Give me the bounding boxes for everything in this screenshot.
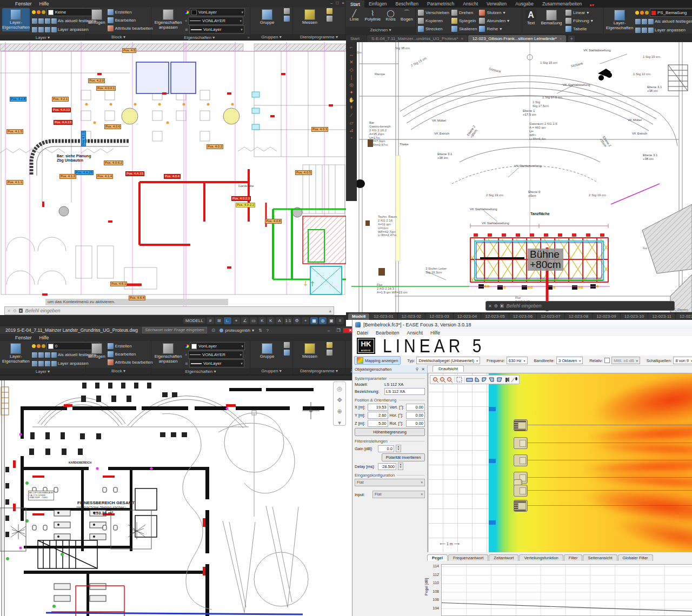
y-input[interactable]: 2.60 [368,412,388,419]
status-toggle-icon[interactable]: A [276,317,283,324]
tool-icon[interactable]: ↟ [349,105,354,110]
layout-tab[interactable]: 12-023-12 [676,313,692,320]
close-icon[interactable]: ✕ [421,367,425,372]
speaker-icon[interactable] [514,500,528,512]
lock-icon[interactable] [42,344,45,348]
layout-tab[interactable]: 12-023-10 [621,313,648,320]
menu-fenster[interactable]: Fenster [15,1,32,6]
pin-icon[interactable]: ⚲ [415,367,418,372]
panel-title-draw[interactable]: Zeichnen ▾ [346,27,415,34]
file-tab[interactable]: 12-023_Gibson-Frank...sitionen Leinwände… [468,35,566,42]
tools-icon[interactable]: ⚙ [494,304,498,309]
steering-wheel-icon[interactable]: ◎ [337,385,342,392]
layout-tab[interactable]: 12-023-11 [648,313,675,320]
layer-combo[interactable]: PS_Bemaßung▾ [650,9,692,17]
tool-icon[interactable]: ▫ [350,135,352,140]
measure-button[interactable]: Messen [295,8,324,26]
rotate-button[interactable]: Drehen [451,9,477,16]
bandwidth-select[interactable]: 3 Oktaven▾ [556,357,583,364]
linetype-combo[interactable]: VONLAYER▾ [188,351,243,359]
status-toggle-icon[interactable]: ∠ [241,317,249,324]
gain-stepper[interactable]: ▲▼ [396,445,401,452]
ribbon-tab[interactable]: Verwalten [482,1,511,8]
menu-hilfe[interactable]: Hilfe [430,330,440,336]
ribbon-tab[interactable]: Zusammenarbeiten [538,1,586,8]
match-layer[interactable]: Layer anpassen [635,26,692,34]
menu-datei[interactable]: Datei [357,330,368,336]
tool-icon[interactable]: ✕ [349,59,354,65]
circle-button[interactable]: ◯Kreis [385,9,396,23]
close-button[interactable]: × [342,1,344,5]
panel-title-layer[interactable]: Layer ▾ [0,35,85,41]
layer-properties-button[interactable]: Layer-Eigenschaften [606,9,633,32]
search-icon[interactable]: ⊙ [211,327,215,333]
new-tab-button[interactable]: + [568,36,575,42]
menu-ansicht[interactable]: Ansicht [407,330,423,336]
minimize-button[interactable]: – [330,1,332,5]
panel-title-groups[interactable]: Gruppen ▾ [250,368,292,374]
set-current-layer[interactable]: Als aktuell festlegen [635,17,692,25]
layout-tab[interactable]: 12-023-01 [370,313,397,320]
tool-icon[interactable]: ✦ [349,90,354,95]
block-create[interactable]: Erstellen [108,8,153,16]
panel-title-properties[interactable]: Eigenschaften ▾ » [151,35,250,41]
menu-hilfe[interactable]: Hilfe [39,1,49,6]
view-toolbar-icons[interactable] [432,376,517,383]
measure-button[interactable]: Messen [295,342,324,360]
block-edit[interactable]: Bearbeiten [108,350,153,358]
panel-title-layer[interactable]: Layer ▾ [0,369,85,374]
search-input[interactable]: Stichwort oder Frage eingeben [142,327,207,333]
vert-input[interactable]: 0.00 [406,404,425,411]
relative-checkbox[interactable] [604,358,610,363]
mirror-button[interactable]: Spiegeln [451,17,477,24]
drawing-canvas-floorplan[interactable]: Pos. 4.5Pos. 4.2.0Pos. 4.0.0.1Pos. 4.2.8… [0,41,346,315]
input-select[interactable]: Flat [372,491,425,498]
arc-button[interactable]: ⌒Bogen [401,9,413,23]
model-space-indicator[interactable]: MODELL [183,318,205,324]
tool-icon[interactable]: ⁄ [351,112,352,118]
match-properties-button[interactable]: Eigenschaftenanpassen [154,342,183,365]
layout-tab[interactable]: 12-023-06 [509,313,536,320]
lineweight-combo[interactable]: VonLayer▾ [189,25,244,34]
status-toggle-icon[interactable]: ≡ [336,317,344,324]
panel-title-tools[interactable]: Dienstprogramme ▾ [293,34,345,41]
tool-icon[interactable]: ▱ [350,120,354,125]
status-toggle-icon[interactable]: ▦ [310,317,318,324]
speaker-icon[interactable] [514,485,528,497]
frequency-select[interactable]: 630 Hz▾ [507,357,528,364]
status-toggle-icon[interactable]: ⚙ [293,317,301,324]
chart-tab[interactable]: Seitenansicht [583,554,617,561]
command-line[interactable]: ✕ ⚙ ▸ Befehl eingeben ▴ [4,306,334,315]
linear-dim-button[interactable]: Linear ▾ [565,9,593,16]
stretch-button[interactable]: Strecken [418,25,449,32]
layout-tab[interactable]: 12-023-04 [454,313,481,320]
layout-tab[interactable]: 12-023-02 [398,313,425,320]
tool-icon[interactable]: | [351,75,352,80]
zoom-icon[interactable]: ⊕ [337,408,342,415]
line-button[interactable]: ╱Linie [348,9,360,23]
chart-tab[interactable]: Globaler Filter [618,554,653,561]
sources-select[interactable]: 8 von 9▾ [673,357,692,364]
help-icon[interactable]: ? [267,328,269,333]
user-account[interactable]: proteusgmbh ▾ [219,328,254,333]
layout-tab[interactable]: 12-023-05 [481,313,508,320]
nav-more-icon[interactable]: ▾ [338,419,341,426]
command-input[interactable]: Befehl eingeben [506,303,541,309]
drawing-canvas-fitness[interactable]: FITNESSBEREICH GESAMT(INKL. FUNCTIONAL T… [0,380,357,616]
command-expand-icon[interactable]: ▴ [329,308,331,313]
tool-icon[interactable]: ⌐ [350,44,352,50]
status-toggle-icon[interactable]: ▣ [328,317,335,324]
drawing-canvas-stage[interactable]: ⌐↔ ✕◇ |◎ ✦✋ ↟⁄ ▱⊿ ▫ [346,42,692,312]
delay-input[interactable]: 28.500 [378,463,396,470]
table-button[interactable]: Tabelle [565,25,593,32]
file-tab[interactable]: S-E-04_7.11_Mainzer...undriss_UG_Proteus… [367,35,468,42]
polyline-button[interactable]: ⌇Polylinie [364,9,381,23]
close-icon[interactable]: ✕ [7,309,11,313]
layer-properties-button[interactable]: Layer-Eigenschaften [2,8,30,31]
sun-icon[interactable] [37,344,41,348]
status-toggle-icon[interactable]: ⊞ [215,317,223,324]
layout-tab[interactable]: 12-023-09 [593,313,620,320]
chart-tab[interactable]: Pegel [427,554,448,561]
ribbon-tab[interactable]: Ansicht [458,1,482,8]
chart-tab[interactable]: Filter [564,554,583,561]
